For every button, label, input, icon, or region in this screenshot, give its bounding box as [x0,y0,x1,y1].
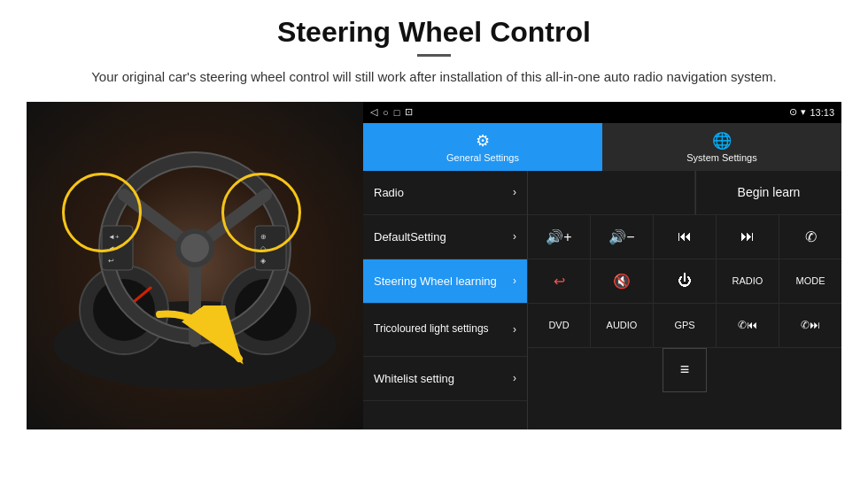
page-wrapper: Steering Wheel Control Your original car… [0,0,868,495]
arrow-overlay [151,306,257,376]
menu-item-whitelist[interactable]: Whitelist setting › [363,357,527,401]
tab-bar: ⚙ General Settings 🌐 System Settings [363,123,841,171]
vol-down-icon: 🔊− [608,228,634,245]
settings-content: Radio › DefaultSetting › Steering Wheel … [363,171,841,429]
power-icon: ⏻ [678,273,692,289]
page-title: Steering Wheel Control [277,16,591,49]
tab-system-label: System Settings [686,152,756,163]
phone-next-icon: ✆⏭ [801,319,820,331]
prev-icon: ⏮ [678,228,692,244]
menu-default-label: DefaultSetting [374,230,446,244]
default-chevron: › [513,230,516,243]
svg-text:↩: ↩ [108,257,114,265]
controls-row-1: 🔊+ 🔊− ⏮ ⏭ ✆ [528,215,841,259]
wifi-icon: ▾ [801,106,806,118]
vol-up-button[interactable]: 🔊+ [528,215,591,259]
menu-item-tricoloured[interactable]: Tricoloured light settings › [363,304,527,357]
steering-bg: ◄+ ◄- ↩ ⊕ ◇ ◈ [27,102,363,429]
begin-learn-label: Begin learn [738,185,801,199]
recents-icon: □ [394,107,400,118]
tab-general-label: General Settings [446,152,519,163]
steering-chevron: › [513,275,516,287]
menu-item-steering[interactable]: Steering Wheel learning › [363,259,527,304]
radio-ctrl-label: RADIO [732,275,763,286]
tab-general-settings[interactable]: ⚙ General Settings [363,123,602,171]
list-icon: ≡ [680,360,690,379]
back-icon: ◁ [370,106,377,118]
page-subtitle: Your original car's steering wheel contr… [91,67,777,88]
menu-steering-label: Steering Wheel learning [374,275,497,288]
gps-label: GPS [674,320,694,330]
menu-whitelist-label: Whitelist setting [374,372,454,385]
title-divider [417,54,451,57]
status-bar: ◁ ○ □ ⊡ ⊙ ▾ 13:13 [363,102,841,123]
home-icon: ○ [383,107,389,118]
status-icons-left: ◁ ○ □ ⊡ [370,106,413,118]
highlight-circle-right [221,173,301,252]
mute-button[interactable]: 🔇 [591,259,654,303]
radio-chevron: › [513,186,516,198]
mute-icon: 🔇 [613,273,631,290]
gps-button[interactable]: GPS [654,304,717,347]
mode-button[interactable]: MODE [779,259,841,303]
audio-label: AUDIO [607,320,638,330]
menu-radio-label: Radio [374,186,404,199]
phone-icon: ✆ [805,228,817,245]
hangup-icon: ↩ [554,273,565,290]
begin-learn-button[interactable]: Begin learn [695,171,841,214]
vol-up-icon: 🔊+ [546,228,571,245]
right-panel: Begin learn 🔊+ 🔊− ⏮ [527,171,841,429]
clock: 13:13 [810,107,834,118]
android-ui: ◁ ○ □ ⊡ ⊙ ▾ 13:13 ⚙ General Settings [363,102,841,429]
phone-prev-icon: ✆⏮ [738,319,757,331]
system-settings-icon: 🌐 [712,131,732,151]
last-icon-row: ≡ [528,348,841,392]
menu-item-default[interactable]: DefaultSetting › [363,215,527,259]
hangup-button[interactable]: ↩ [528,259,591,303]
audio-button[interactable]: AUDIO [591,304,654,347]
phone-prev-button[interactable]: ✆⏮ [717,304,779,347]
begin-learn-row: Begin learn [528,171,841,215]
settings-menu: Radio › DefaultSetting › Steering Wheel … [363,171,527,429]
svg-text:◈: ◈ [260,257,267,265]
vol-down-button[interactable]: 🔊− [591,215,654,259]
status-right: ⊙ ▾ 13:13 [789,106,834,118]
radio-ctrl-button[interactable]: RADIO [717,259,779,303]
dvd-button[interactable]: DVD [528,304,591,347]
next-icon: ⏭ [740,228,755,244]
general-settings-icon: ⚙ [476,131,490,151]
phone-next-button[interactable]: ✆⏭ [779,304,841,347]
content-area: ◄+ ◄- ↩ ⊕ ◇ ◈ [27,102,841,429]
prev-button[interactable]: ⏮ [654,215,717,259]
dvd-label: DVD [548,320,569,330]
menu-icon: ⊡ [405,106,413,118]
controls-row-2: ↩ 🔇 ⏻ RADIO MODE [528,259,841,304]
power-button[interactable]: ⏻ [654,259,717,303]
menu-item-radio[interactable]: Radio › [363,171,527,215]
svg-point-11 [181,234,209,262]
tricoloured-chevron: › [513,323,516,336]
highlight-circle-left [62,173,142,252]
blank-area [528,171,695,214]
list-icon-button[interactable]: ≡ [663,348,707,392]
mode-label: MODE [796,275,825,286]
whitelist-chevron: › [513,372,516,384]
phone-button[interactable]: ✆ [779,215,841,259]
tab-system-settings[interactable]: 🌐 System Settings [602,123,841,171]
steering-image: ◄+ ◄- ↩ ⊕ ◇ ◈ [27,102,363,429]
menu-tricoloured-label: Tricoloured light settings [374,322,489,336]
location-icon: ⊙ [789,106,797,118]
next-button[interactable]: ⏭ [717,215,779,259]
controls-row-3: DVD AUDIO GPS ✆⏮ ✆⏭ [528,304,841,348]
